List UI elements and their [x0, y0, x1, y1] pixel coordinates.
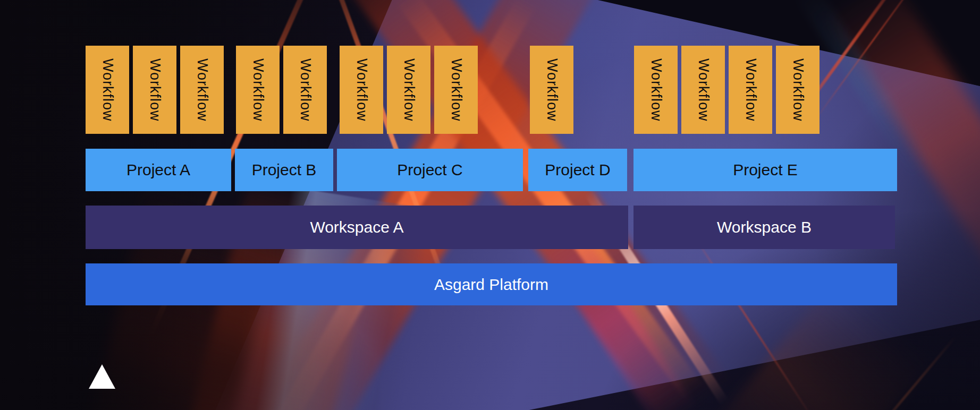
workflow-group-project-e: WorkflowWorkflowWorkflowWorkflow [634, 46, 820, 134]
workflow-box-label: Workflow [250, 58, 266, 122]
workflow-box-label: Workflow [790, 58, 806, 122]
workflow-group-project-c: WorkflowWorkflowWorkflow [340, 46, 478, 134]
slide: WorkflowWorkflowWorkflow WorkflowWorkflo… [0, 0, 980, 410]
workflow-box-label: Workflow [353, 58, 370, 122]
architecture-diagram: WorkflowWorkflowWorkflow WorkflowWorkflo… [0, 0, 980, 410]
triangle-logo-icon [89, 364, 115, 389]
workflow-box: Workflow [340, 46, 383, 134]
workflow-box-label: Workflow [448, 58, 464, 122]
project-box-e: Project E [633, 149, 897, 191]
workflow-box-label: Workflow [194, 58, 210, 122]
workflow-box-label: Workflow [544, 58, 560, 122]
workflow-box-label: Workflow [401, 58, 417, 122]
project-box-b: Project B [235, 149, 333, 191]
workflow-box: Workflow [236, 46, 280, 134]
workflow-group-project-a: WorkflowWorkflowWorkflow [86, 46, 224, 134]
platform-box: Asgard Platform [86, 263, 897, 305]
workflow-box: Workflow [180, 46, 224, 134]
workflow-box: Workflow [283, 46, 327, 134]
project-box-a: Project A [86, 149, 231, 191]
workflow-box: Workflow [387, 46, 430, 134]
workflow-group-project-b: WorkflowWorkflow [236, 46, 327, 134]
workflow-box: Workflow [86, 46, 129, 134]
workflow-box: Workflow [434, 46, 478, 134]
workspace-box-a: Workspace A [86, 206, 628, 249]
workflow-box: Workflow [133, 46, 176, 134]
workflow-box-label: Workflow [742, 58, 759, 122]
workflow-box: Workflow [530, 46, 573, 134]
workflow-box: Workflow [681, 46, 725, 134]
project-box-c: Project C [337, 149, 523, 191]
project-box-d: Project D [528, 149, 627, 191]
workflow-box: Workflow [634, 46, 678, 134]
workflow-group-project-d: Workflow [530, 46, 573, 134]
workflow-box-label: Workflow [695, 58, 712, 122]
workflow-box-label: Workflow [297, 58, 314, 122]
workspace-box-b: Workspace B [633, 206, 895, 249]
workflow-box-label: Workflow [147, 58, 163, 122]
workflow-box: Workflow [776, 46, 820, 134]
workflow-box-label: Workflow [99, 58, 116, 122]
workflow-box: Workflow [729, 46, 772, 134]
workflow-box-label: Workflow [648, 58, 664, 122]
